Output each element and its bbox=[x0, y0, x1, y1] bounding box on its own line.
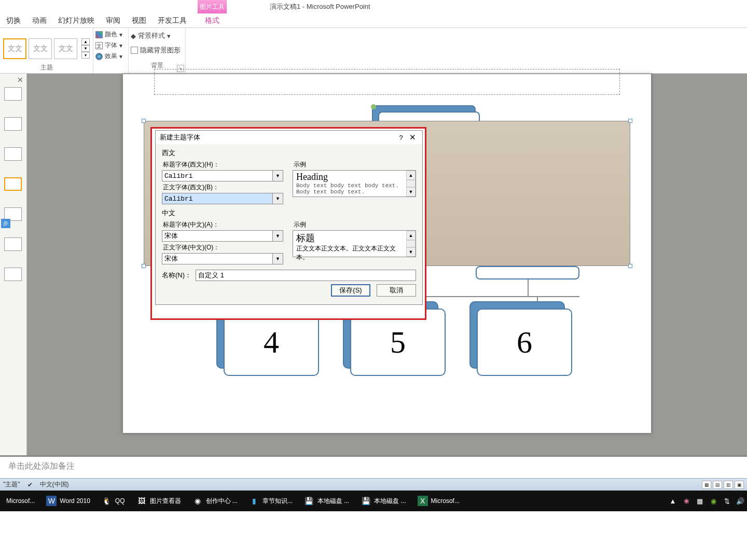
fonts-button[interactable]: 文字体 ▾ bbox=[95, 41, 126, 50]
west-body-combo[interactable] bbox=[162, 193, 273, 204]
tab-developer[interactable]: 开发工具 bbox=[158, 16, 187, 25]
colors-button[interactable]: 颜色 ▾ bbox=[95, 30, 126, 39]
help-icon[interactable]: ? bbox=[395, 134, 407, 142]
tray-icon[interactable]: ▦ bbox=[695, 496, 704, 506]
create-theme-fonts-dialog: 新建主题字体 ? ✕ 西文 标题字体(西文)(H)： ▼ 正文字体(西文)(B)… bbox=[155, 130, 423, 305]
fonts-icon: 文 bbox=[95, 42, 103, 49]
selection-handle[interactable] bbox=[628, 264, 632, 268]
sample-body-cn: 正文文本正文文本。正文文本正文文本。 bbox=[296, 244, 403, 262]
gallery-up-icon[interactable]: ▲ bbox=[81, 38, 90, 45]
sample-heading: Heading bbox=[296, 172, 403, 183]
taskbar-item[interactable]: 🐧QQ bbox=[98, 493, 129, 509]
tray-icon[interactable]: ▲ bbox=[668, 496, 677, 506]
western-sample: Heading Body text body text body text. B… bbox=[293, 170, 416, 197]
ribbon: 文文 文文 文文 ▲ ▼ ▾ 主题 颜色 ▾ 文字体 ▾ 效果 ▾ ◆背景样式 … bbox=[0, 28, 747, 74]
network-icon[interactable]: ⇅ bbox=[722, 496, 731, 506]
smartart-shape[interactable]: 6 bbox=[477, 309, 572, 376]
slide-thumb[interactable] bbox=[4, 237, 22, 251]
ribbon-tabs: 切换 动画 幻灯片放映 审阅 视图 开发工具 格式 bbox=[0, 13, 747, 28]
tab-format[interactable]: 格式 bbox=[198, 13, 227, 28]
scroll-down-icon[interactable]: ▼ bbox=[406, 187, 416, 197]
scroll-down-icon[interactable]: ▼ bbox=[406, 247, 416, 257]
hide-bg-checkbox[interactable]: 隐藏背景图形 bbox=[131, 46, 183, 55]
titlebar: 图片工具 演示文稿1 - Microsoft PowerPoint bbox=[0, 0, 747, 13]
chevron-down-icon[interactable]: ▼ bbox=[273, 193, 283, 204]
selection-handle[interactable] bbox=[628, 119, 632, 123]
section-western: 西文 bbox=[162, 148, 416, 158]
title-placeholder[interactable] bbox=[154, 69, 620, 95]
chevron-down-icon[interactable]: ▼ bbox=[273, 230, 283, 242]
smartart-shape[interactable] bbox=[476, 266, 579, 279]
nvidia-icon[interactable]: ◉ bbox=[709, 496, 718, 506]
qq-icon: 🐧 bbox=[102, 496, 112, 506]
sample-label-cn: 示例 bbox=[294, 220, 416, 229]
cn-heading-combo[interactable] bbox=[162, 230, 273, 242]
view-reading-icon[interactable]: ▥ bbox=[724, 481, 733, 489]
taskbar-item[interactable]: WWord 2010 bbox=[42, 493, 94, 509]
checkbox-icon bbox=[131, 47, 138, 54]
panel-close-icon[interactable]: ✕ bbox=[17, 76, 23, 84]
theme-gallery-item[interactable]: 文文 bbox=[54, 38, 77, 59]
theme-gallery-item[interactable]: 文文 bbox=[3, 38, 26, 59]
section-chinese: 中文 bbox=[162, 208, 416, 218]
name-label: 名称(N)： bbox=[162, 271, 191, 280]
tab-animations[interactable]: 动画 bbox=[32, 16, 47, 25]
cancel-button[interactable]: 取消 bbox=[377, 284, 416, 297]
taskbar-item[interactable]: 💾本地磁盘 ... bbox=[300, 493, 353, 509]
tab-view[interactable]: 视图 bbox=[132, 16, 146, 25]
scroll-up-icon[interactable]: ▲ bbox=[406, 171, 416, 180]
spellcheck-icon[interactable]: ✔ bbox=[27, 481, 33, 488]
statusbar: "主题" ✔ 中文(中国) ▦ ▤ ▥ ▣ bbox=[0, 478, 747, 491]
tray-icon[interactable]: ❀ bbox=[682, 496, 691, 506]
connector bbox=[528, 279, 529, 296]
rotate-handle-icon[interactable] bbox=[371, 104, 376, 109]
selection-handle[interactable] bbox=[142, 119, 146, 123]
theme-gallery-item[interactable]: 文文 bbox=[29, 38, 52, 59]
west-heading-label: 标题字体(西文)(H)： bbox=[163, 160, 283, 169]
image-viewer-icon: 🖼 bbox=[136, 496, 147, 506]
close-icon[interactable]: ✕ bbox=[407, 133, 418, 142]
save-button[interactable]: 保存(S) bbox=[331, 284, 370, 297]
west-heading-combo[interactable] bbox=[162, 170, 273, 181]
slide-thumb[interactable] bbox=[4, 87, 22, 101]
word-icon: W bbox=[46, 496, 57, 506]
slide-thumb[interactable] bbox=[4, 117, 22, 131]
volume-icon[interactable]: 🔊 bbox=[736, 496, 745, 506]
view-sorter-icon[interactable]: ▤ bbox=[713, 481, 722, 489]
chevron-down-icon[interactable]: ▼ bbox=[273, 253, 283, 264]
taskbar-item[interactable]: XMicrosof... bbox=[413, 493, 464, 509]
effects-button[interactable]: 效果 ▾ bbox=[95, 52, 126, 61]
background-styles-button[interactable]: ◆背景样式 ▾ bbox=[131, 31, 183, 40]
taskbar-item[interactable]: ◉创作中心 ... bbox=[188, 493, 242, 509]
tab-transitions[interactable]: 切换 bbox=[6, 16, 21, 25]
disk-icon: 💾 bbox=[304, 496, 314, 506]
taskbar-item[interactable]: 🖼图片查看器 bbox=[132, 493, 185, 509]
notes-pane[interactable]: 单击此处添加备注 bbox=[0, 455, 747, 478]
slide-thumb[interactable] bbox=[4, 147, 22, 161]
sample-label: 示例 bbox=[294, 160, 416, 169]
sync-badge: 步 bbox=[1, 219, 10, 228]
taskbar-item[interactable]: ▮章节知识... bbox=[245, 493, 297, 509]
chevron-down-icon[interactable]: ▼ bbox=[273, 170, 283, 181]
tab-slideshow[interactable]: 幻灯片放映 bbox=[58, 16, 94, 25]
scroll-up-icon[interactable]: ▲ bbox=[406, 231, 416, 240]
dialog-title: 新建主题字体 bbox=[160, 133, 395, 142]
view-slideshow-icon[interactable]: ▣ bbox=[735, 481, 744, 489]
picture-tools-tab: 图片工具 bbox=[198, 0, 227, 13]
tab-review[interactable]: 审阅 bbox=[106, 16, 120, 25]
window-title: 演示文稿1 - Microsoft PowerPoint bbox=[270, 2, 370, 11]
chinese-sample: 标题 正文文本正文文本。正文文本正文文本。 ▲▼ bbox=[293, 230, 416, 257]
slide-thumb[interactable] bbox=[4, 268, 22, 281]
gallery-more-icon[interactable]: ▾ bbox=[81, 52, 90, 59]
gallery-down-icon[interactable]: ▼ bbox=[81, 45, 90, 52]
sample-body-text: Body text body text body text. Body text… bbox=[296, 183, 403, 195]
name-field[interactable] bbox=[196, 270, 416, 281]
taskbar-item[interactable]: Microsof... bbox=[2, 493, 39, 509]
view-normal-icon[interactable]: ▦ bbox=[702, 481, 711, 489]
slide-thumb[interactable] bbox=[4, 177, 22, 191]
selection-handle[interactable] bbox=[142, 264, 146, 268]
taskbar-item[interactable]: 💾本地磁盘 ... bbox=[356, 493, 410, 509]
cn-body-combo[interactable] bbox=[162, 253, 273, 264]
language-indicator[interactable]: 中文(中国) bbox=[40, 480, 69, 489]
effects-icon bbox=[95, 53, 103, 60]
